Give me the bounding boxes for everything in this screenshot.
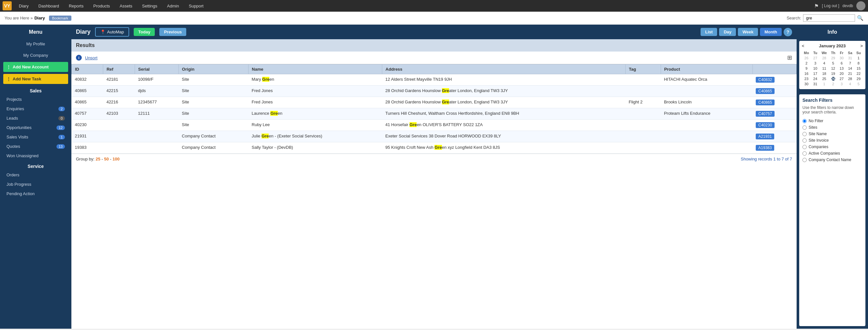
cal-day[interactable]: 1 bbox=[855, 56, 863, 61]
nav-support[interactable]: Support bbox=[184, 2, 208, 10]
filter-radio[interactable] bbox=[802, 132, 807, 136]
cal-prev-button[interactable]: < bbox=[802, 43, 804, 48]
filter-option[interactable]: Site Name bbox=[802, 131, 862, 137]
previous-button[interactable]: Previous bbox=[159, 28, 186, 36]
cal-day[interactable]: 29 bbox=[829, 56, 837, 61]
cal-day[interactable]: 13 bbox=[837, 66, 846, 71]
sidebar-item-my-profile[interactable]: My Profile bbox=[0, 38, 71, 50]
filter-radio[interactable] bbox=[802, 158, 807, 162]
cell-origin[interactable]: Site bbox=[179, 86, 248, 97]
filter-option[interactable]: Company Contact Name bbox=[802, 157, 862, 163]
nav-assets[interactable]: Assets bbox=[115, 2, 137, 10]
cell-origin[interactable]: Site bbox=[179, 97, 248, 108]
day-button[interactable]: Day bbox=[719, 28, 736, 36]
filter-radio[interactable] bbox=[802, 119, 807, 123]
filter-radio[interactable] bbox=[802, 152, 807, 156]
cal-day[interactable]: 27 bbox=[811, 56, 819, 61]
cal-day[interactable]: 9 bbox=[802, 66, 811, 71]
sidebar-item-orders[interactable]: Orders bbox=[0, 170, 71, 179]
sidebar-item-add-task[interactable]: ⋮ Add New Task bbox=[3, 74, 68, 84]
cal-day[interactable]: 6 bbox=[837, 61, 846, 66]
app-logo[interactable]: VY bbox=[3, 1, 12, 10]
cell-ref-btn[interactable]: C40865 bbox=[752, 97, 796, 108]
cell-ref-btn[interactable]: C40757 bbox=[752, 108, 796, 120]
nav-products[interactable]: Products bbox=[89, 2, 114, 10]
cal-day[interactable]: 2 bbox=[802, 61, 811, 66]
cal-day[interactable]: 28 bbox=[820, 56, 829, 61]
logout-link[interactable]: [ Log out ] bbox=[822, 4, 839, 8]
cal-day[interactable]: 4 bbox=[846, 81, 855, 87]
cal-next-button[interactable]: > bbox=[860, 43, 863, 48]
cell-ref-btn[interactable]: C40832 bbox=[752, 74, 796, 86]
cal-day[interactable]: 7 bbox=[846, 61, 855, 66]
help-button[interactable]: ? bbox=[784, 28, 792, 36]
nav-settings[interactable]: Settings bbox=[137, 2, 162, 10]
group-50[interactable]: 50 bbox=[104, 157, 109, 161]
cal-day[interactable]: 27 bbox=[837, 76, 846, 81]
cal-day[interactable]: 29 bbox=[855, 76, 863, 81]
today-button[interactable]: Today bbox=[134, 28, 155, 36]
sidebar-item-sales-visits[interactable]: Sales Visits 1 bbox=[0, 132, 71, 142]
cell-origin[interactable]: Site bbox=[179, 108, 248, 120]
filter-option[interactable]: Sites bbox=[802, 124, 862, 131]
cal-day[interactable]: 21 bbox=[846, 71, 855, 76]
cal-day[interactable]: 15 bbox=[855, 66, 863, 71]
sidebar-item-won-unassigned[interactable]: Won Unassigned bbox=[0, 151, 71, 161]
filter-option[interactable]: Companies bbox=[802, 143, 862, 150]
cell-ref-btn[interactable]: A21931 bbox=[752, 131, 796, 142]
search-input[interactable] bbox=[803, 14, 855, 22]
sidebar-item-job-progress[interactable]: Job Progress bbox=[0, 179, 71, 189]
cal-day[interactable]: 18 bbox=[820, 71, 829, 76]
sidebar-item-enquiries[interactable]: Enquiries 2 bbox=[0, 104, 71, 113]
group-25[interactable]: 25 bbox=[96, 157, 100, 161]
cell-ref-btn[interactable]: C40230 bbox=[752, 120, 796, 131]
unsort-link[interactable]: Unsort bbox=[85, 56, 97, 60]
filter-radio[interactable] bbox=[802, 138, 807, 143]
cal-day[interactable]: 5 bbox=[829, 61, 837, 66]
cal-day[interactable]: 23 bbox=[802, 76, 811, 81]
cal-day[interactable]: 8 bbox=[855, 61, 863, 66]
nav-reports[interactable]: Reports bbox=[64, 2, 88, 10]
nav-admin[interactable]: Admin bbox=[162, 2, 184, 10]
filter-option[interactable]: No Filter bbox=[802, 118, 862, 124]
cell-origin[interactable]: Site bbox=[179, 120, 248, 131]
search-button[interactable]: 🔍 bbox=[857, 15, 864, 21]
cal-day[interactable]: 3 bbox=[811, 61, 819, 66]
cal-day[interactable]: 20 bbox=[837, 71, 846, 76]
filter-radio[interactable] bbox=[802, 126, 807, 130]
cell-origin[interactable]: Site bbox=[179, 74, 248, 86]
cell-origin[interactable]: Company Contact bbox=[179, 142, 248, 154]
grid-view-icon[interactable]: ⊞ bbox=[787, 54, 792, 61]
cal-day[interactable]: 10 bbox=[811, 66, 819, 71]
filter-option[interactable]: Site Invoice bbox=[802, 137, 862, 143]
cal-day[interactable]: 26 bbox=[829, 76, 837, 81]
cal-day[interactable]: 3 bbox=[837, 81, 846, 87]
sidebar-item-projects[interactable]: Projects bbox=[0, 95, 71, 104]
cal-day[interactable]: 4 bbox=[820, 61, 829, 66]
sidebar-item-opportunities[interactable]: Opportunities 12 bbox=[0, 123, 71, 132]
nav-diary[interactable]: Diary bbox=[14, 2, 33, 10]
sidebar-item-my-company[interactable]: My Company bbox=[0, 50, 71, 61]
cal-day[interactable]: 24 bbox=[811, 76, 819, 81]
filter-option[interactable]: Active Companies bbox=[802, 150, 862, 157]
cal-day[interactable]: 28 bbox=[846, 76, 855, 81]
cal-day[interactable]: 31 bbox=[811, 81, 819, 87]
cal-day[interactable]: 17 bbox=[811, 71, 819, 76]
cell-origin[interactable]: Company Contact bbox=[179, 131, 248, 142]
bookmark-button[interactable]: Bookmark bbox=[49, 15, 72, 21]
cell-ref-btn[interactable]: C40865 bbox=[752, 86, 796, 97]
cal-day[interactable]: 5 bbox=[855, 81, 863, 87]
cal-day[interactable]: 16 bbox=[802, 71, 811, 76]
cal-day[interactable]: 25 bbox=[820, 76, 829, 81]
automap-button[interactable]: 📍 AutoMap bbox=[95, 27, 129, 37]
nav-dashboard[interactable]: Dashboard bbox=[34, 2, 64, 10]
cell-ref-btn[interactable]: A19383 bbox=[752, 142, 796, 154]
sidebar-item-leads[interactable]: Leads 0 bbox=[0, 113, 71, 123]
cal-day[interactable]: 30 bbox=[802, 81, 811, 87]
cal-day[interactable]: 26 bbox=[802, 56, 811, 61]
group-100[interactable]: 100 bbox=[113, 157, 120, 161]
cal-day[interactable]: 2 bbox=[829, 81, 837, 87]
cal-day[interactable]: 1 bbox=[820, 81, 829, 87]
filter-radio[interactable] bbox=[802, 145, 807, 149]
sidebar-item-quotes[interactable]: Quotes 13 bbox=[0, 142, 71, 151]
